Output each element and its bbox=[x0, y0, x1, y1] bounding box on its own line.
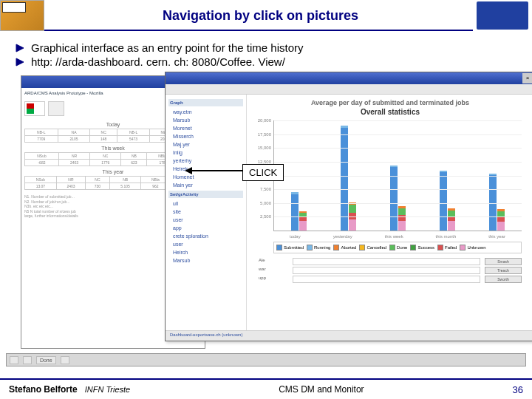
control-label: Ale bbox=[259, 258, 288, 265]
legend-item: Unknown bbox=[460, 245, 485, 250]
control-button[interactable]: Smash bbox=[485, 258, 522, 265]
control-label: war bbox=[259, 267, 288, 274]
taskbar-item[interactable] bbox=[10, 356, 18, 364]
legend-label: Submitted bbox=[284, 245, 304, 250]
author-name: Stefano Belforte bbox=[9, 384, 78, 395]
control-button[interactable]: Treach bbox=[485, 267, 522, 274]
control-label: upp bbox=[259, 276, 288, 283]
slide-footer: Stefano Belforte INFN Trieste CMS DM and… bbox=[0, 378, 532, 399]
bar bbox=[299, 211, 307, 231]
author-institute: INFN Trieste bbox=[85, 385, 131, 394]
control-button[interactable]: Sworth bbox=[485, 276, 522, 283]
x-tick: this year bbox=[488, 234, 505, 239]
status-bar: Dashboard-exportsave.ch (unknown) bbox=[166, 330, 532, 341]
legend-label: Failed bbox=[445, 245, 457, 250]
bar bbox=[291, 192, 299, 231]
legend-item: Cancelled bbox=[359, 245, 386, 250]
sidebar-item[interactable]: Maj.yer bbox=[168, 140, 243, 149]
sidebar-item[interactable]: Heirch bbox=[168, 248, 243, 256]
bullet-2-text: http: //arda-dashboard. cern. ch: 8080/C… bbox=[31, 55, 285, 68]
click-arrow bbox=[186, 170, 242, 171]
chart-controls: AleSmashwarTreachuppSworth bbox=[259, 258, 522, 283]
sidebar-item[interactable]: crete sploration bbox=[168, 232, 243, 240]
taskbar-item[interactable] bbox=[23, 356, 32, 364]
sidebar-item[interactable]: way.etm bbox=[168, 108, 243, 116]
bar bbox=[448, 208, 455, 231]
sidebar-item[interactable]: user bbox=[168, 240, 243, 248]
control-field[interactable] bbox=[293, 276, 480, 283]
window-titlebar: × bbox=[166, 72, 532, 84]
legend-swatch bbox=[410, 245, 416, 250]
sidebar-item[interactable]: Marsub bbox=[168, 256, 243, 265]
arda-logo bbox=[24, 101, 45, 116]
sidebar-group-header: Set/grActivity bbox=[168, 191, 243, 198]
sidebar-group-header: Graph bbox=[168, 99, 243, 106]
sidebar-item[interactable]: Homenet bbox=[168, 173, 243, 181]
slide-header: Navigation by click on pictures bbox=[0, 0, 532, 31]
svg-marker-1 bbox=[16, 58, 24, 66]
footer-center: CMS DM and Monitor bbox=[130, 384, 512, 395]
legend-item: Aborted bbox=[333, 245, 356, 250]
legend-label: Done bbox=[397, 245, 407, 250]
sidebar-item[interactable]: yerterhy bbox=[168, 157, 243, 165]
control-row: AleSmash bbox=[259, 258, 522, 265]
bar bbox=[489, 174, 497, 231]
legend-label: Running bbox=[314, 245, 330, 250]
bullet-1: Graphical interface as an entry point fo… bbox=[15, 41, 517, 54]
sidebar-item[interactable]: Inlig bbox=[168, 149, 243, 157]
os-taskbar: Done bbox=[6, 353, 526, 366]
control-field[interactable] bbox=[293, 267, 480, 274]
sidebar-item[interactable]: Morenet bbox=[168, 124, 243, 132]
bar bbox=[398, 206, 406, 231]
bar bbox=[497, 209, 505, 231]
slide-title: Navigation by click on pictures bbox=[44, 8, 477, 24]
bar bbox=[440, 171, 447, 231]
chart-title: Overall statistics bbox=[251, 108, 529, 116]
taskbar-item[interactable]: Done bbox=[36, 356, 56, 364]
bullet-2: http: //arda-dashboard. cern. ch: 8080/C… bbox=[15, 55, 517, 68]
sidebar-item[interactable]: ull bbox=[168, 200, 243, 208]
screenshot-area: ARDA/CMS Analysis Prototype - Mozilla To… bbox=[21, 75, 511, 349]
x-tick: yesterday bbox=[333, 234, 352, 239]
legend-item: Submitted bbox=[276, 245, 304, 250]
window-toolbar bbox=[166, 84, 532, 95]
x-tick: today bbox=[290, 234, 301, 239]
legend-label: Cancelled bbox=[366, 245, 386, 250]
cms-logo bbox=[0, 0, 44, 31]
close-icon[interactable]: × bbox=[522, 73, 532, 83]
legend-swatch bbox=[307, 245, 313, 250]
legend-item: Done bbox=[389, 245, 407, 250]
x-tick: this week bbox=[385, 234, 403, 239]
sidebar-item[interactable]: app bbox=[168, 224, 243, 232]
header-rule bbox=[44, 30, 473, 31]
arrow-bullet-icon bbox=[15, 43, 25, 53]
chart-panel: Average per day of submitted and termina… bbox=[247, 95, 532, 330]
legend-swatch bbox=[359, 245, 365, 250]
slide-content: Graphical interface as an entry point fo… bbox=[0, 31, 532, 349]
legend-item: Failed bbox=[437, 245, 457, 250]
svg-marker-0 bbox=[16, 44, 24, 52]
legend-swatch bbox=[460, 245, 466, 250]
sidebar-item[interactable]: Marsub bbox=[168, 116, 243, 124]
sidebar-item[interactable]: site bbox=[168, 208, 243, 216]
chart-subtitle: Average per day of submitted and termina… bbox=[251, 99, 529, 106]
click-annotation: CLICK bbox=[242, 164, 284, 181]
legend-item: Success bbox=[410, 245, 434, 250]
sidebar-item[interactable]: Misserch bbox=[168, 132, 243, 140]
browser-window-front: × Graphway.etmMarsubMorenetMisserchMaj.y… bbox=[165, 72, 532, 341]
sidebar-item[interactable]: Heirek bbox=[168, 165, 243, 173]
x-axis: todayyesterdaythis weekthis monththis ye… bbox=[273, 234, 522, 239]
legend-swatch bbox=[333, 245, 339, 250]
infn-logo bbox=[477, 1, 528, 30]
sidebar-item[interactable]: Main yer bbox=[168, 181, 243, 189]
cms-small-logo bbox=[48, 101, 64, 116]
sidebar-item[interactable]: user bbox=[168, 216, 243, 224]
legend-swatch bbox=[437, 245, 443, 250]
legend-label: Unknown bbox=[467, 245, 485, 250]
chart-legend: SubmittedRunningAbortedCancelledDoneSucc… bbox=[273, 242, 522, 253]
taskbar-item[interactable] bbox=[61, 356, 69, 364]
control-field[interactable] bbox=[293, 258, 480, 265]
legend-label: Aborted bbox=[341, 245, 356, 250]
control-row: warTreach bbox=[259, 267, 522, 274]
page-number: 36 bbox=[513, 384, 523, 395]
